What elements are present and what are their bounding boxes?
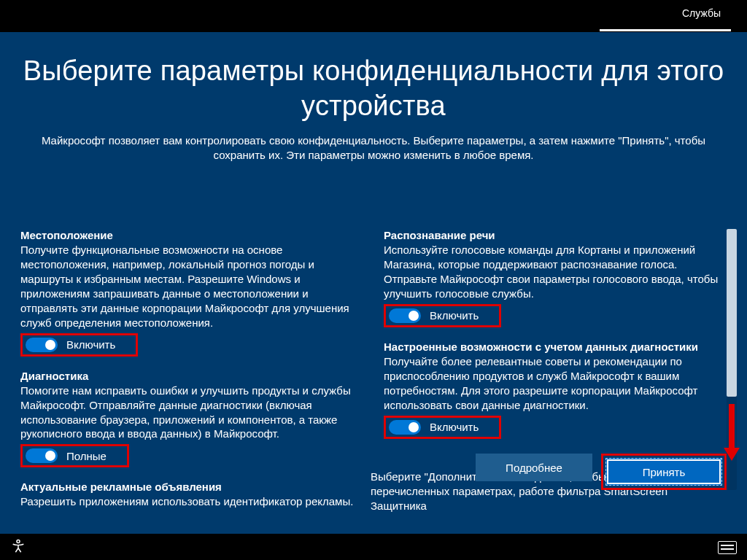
highlight-box: Включить xyxy=(384,416,501,439)
page-subtitle: Майкрософт позволяет вам контролировать … xyxy=(20,133,727,163)
settings-column-left: Местоположение Получите функциональные в… xyxy=(20,229,363,446)
toggle-knob xyxy=(45,340,55,350)
setting-tailored: Настроенные возможности с учетом данных … xyxy=(384,341,727,439)
highlight-box: Полные xyxy=(20,444,129,467)
toggle-label: Включить xyxy=(66,338,115,351)
setting-title: Диагностика xyxy=(20,370,363,382)
diagnostics-toggle[interactable] xyxy=(26,448,58,463)
setting-title: Актуальные рекламные объявления xyxy=(20,481,363,493)
settings-scroll-region: Местоположение Получите функциональные в… xyxy=(20,229,727,446)
highlight-box: Включить xyxy=(20,333,138,357)
highlight-box: Принять xyxy=(601,454,727,490)
keyboard-icon[interactable] xyxy=(718,541,737,554)
svg-point-0 xyxy=(17,540,20,543)
services-link[interactable]: Службы xyxy=(682,7,721,19)
accept-button[interactable]: Принять xyxy=(605,458,722,486)
tailored-toggle[interactable] xyxy=(389,420,421,435)
toggle-knob xyxy=(409,311,419,321)
setting-title: Настроенные возможности с учетом данных … xyxy=(384,341,727,353)
location-toggle[interactable] xyxy=(26,338,58,352)
ease-of-access-icon[interactable] xyxy=(10,538,26,554)
bottom-bar xyxy=(0,534,747,560)
setting-location: Местоположение Получите функциональные в… xyxy=(20,229,363,357)
learn-more-button[interactable]: Подробнее xyxy=(476,454,592,481)
setting-description: Помогите нам исправить ошибки и улучшить… xyxy=(20,384,363,442)
setting-description: Получайте более релевантные советы и рек… xyxy=(384,354,727,413)
toggle-label: Включить xyxy=(430,421,479,433)
setting-diagnostics: Диагностика Помогите нам исправить ошибк… xyxy=(20,370,363,468)
speech-toggle[interactable] xyxy=(389,308,421,323)
setting-title: Распознавание речи xyxy=(384,229,727,241)
button-row: Подробнее Принять xyxy=(476,454,727,490)
toggle-knob xyxy=(45,451,55,461)
setting-description: Разрешить приложениям использовать идент… xyxy=(20,494,363,509)
setting-ads: Актуальные рекламные объявления Разрешит… xyxy=(20,481,363,509)
tab-underline xyxy=(600,29,731,31)
toggle-label: Включить xyxy=(430,309,479,322)
setting-title: Местоположение xyxy=(20,229,363,241)
scrollbar-thumb[interactable] xyxy=(727,229,737,397)
top-bar: Службы xyxy=(0,0,747,32)
setting-description: Используйте голосовые команды для Кортан… xyxy=(384,243,727,301)
setting-description: Получите функциональные возможности на о… xyxy=(20,243,363,330)
settings-column-right: Распознавание речи Используйте голосовые… xyxy=(384,229,727,446)
toggle-knob xyxy=(409,422,419,432)
page-title: Выберите параметры конфиденциальности дл… xyxy=(20,54,727,123)
toggle-label: Полные xyxy=(66,450,107,462)
setting-speech: Распознавание речи Используйте голосовые… xyxy=(384,229,727,327)
content-area: Выберите параметры конфиденциальности дл… xyxy=(0,32,747,534)
highlight-box: Включить xyxy=(384,304,501,327)
